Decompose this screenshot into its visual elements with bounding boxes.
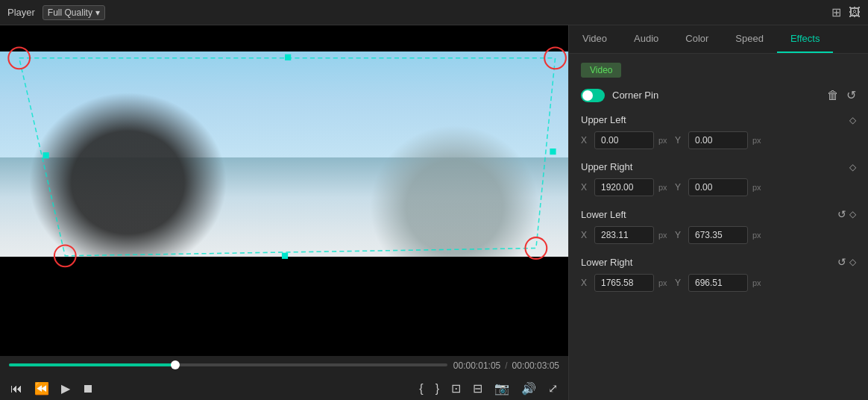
quality-selector[interactable]: Full Quality ▾ [43, 5, 105, 20]
top-bar: Player Full Quality ▾ ⊞ 🖼 [0, 0, 868, 25]
timeline-progress [9, 363, 175, 366]
volume-button[interactable]: 🔊 [520, 380, 538, 397]
y-label-ul: Y [675, 135, 684, 146]
x-unit-lr: px [658, 278, 670, 287]
y-input-upper-right[interactable] [688, 178, 748, 196]
pin-header-lower-right: Lower Right ↺ ◇ [581, 256, 856, 268]
y-unit-ul: px [752, 136, 764, 145]
skip-back-button[interactable]: ⏮ [9, 381, 24, 397]
coord-row-upper-right: X px Y px [581, 178, 856, 196]
main-content: 00:00:01:05 / 00:00:03:05 ⏮ ⏪ ▶ ⏹ { } ⊡ … [0, 25, 868, 400]
total-time: 00:00:03:05 [512, 360, 559, 371]
x-label-ur: X [581, 182, 590, 193]
pin-section-upper-right: Upper Right ◇ X px Y px [581, 161, 856, 196]
panel-content: Video Corner Pin 🗑 ↺ Upper Left ◇ [569, 54, 868, 400]
right-panel: Video Audio Color Speed Effects Video Co… [568, 25, 868, 400]
pin-title-upper-left: Upper Left [581, 114, 846, 125]
y-label-ur: Y [675, 182, 684, 193]
y-input-lower-right[interactable] [688, 274, 748, 292]
reset-effect-icon[interactable]: ↺ [846, 88, 856, 102]
effect-toggle[interactable] [581, 89, 605, 102]
playback-bar: 00:00:01:05 / 00:00:03:05 ⏮ ⏪ ▶ ⏹ { } ⊡ … [0, 356, 568, 400]
grid-icon[interactable]: ⊞ [831, 5, 841, 19]
y-unit-lr: px [752, 278, 764, 287]
reset-icon-lower-right[interactable]: ↺ [837, 256, 846, 268]
pin-header-upper-right: Upper Right ◇ [581, 161, 856, 172]
pin-title-lower-left: Lower Left [581, 209, 833, 220]
coord-row-lower-right: X px Y px [581, 274, 856, 292]
playback-controls: ⏮ ⏪ ▶ ⏹ [9, 380, 95, 397]
stop-button[interactable]: ⏹ [81, 381, 95, 397]
y-unit-ur: px [752, 183, 764, 192]
coord-row-upper-left: X px Y px [581, 131, 856, 149]
y-input-lower-left[interactable] [688, 226, 748, 244]
toggle-knob [582, 90, 593, 101]
pin-section-lower-left: Lower Left ↺ ◇ X px Y px [581, 208, 856, 244]
effect-actions: 🗑 ↺ [827, 88, 856, 102]
pin-title-upper-right: Upper Right [581, 161, 846, 172]
y-label-lr: Y [675, 278, 684, 288]
step-back-button[interactable]: ⏪ [33, 380, 51, 397]
tab-color[interactable]: Color [672, 25, 722, 53]
x-unit-ul: px [658, 136, 670, 145]
tabs-row: Video Audio Color Speed Effects [569, 25, 868, 54]
timeline-thumb[interactable] [171, 360, 180, 369]
delete-effect-icon[interactable]: 🗑 [827, 89, 839, 102]
tab-audio[interactable]: Audio [620, 25, 672, 53]
video-background [0, 25, 568, 356]
keyframe-icon-upper-left[interactable]: ◇ [849, 115, 856, 125]
x-input-lower-left[interactable] [594, 226, 654, 244]
frame-cut-button[interactable]: ⊡ [450, 380, 462, 397]
video-viewport[interactable] [0, 25, 568, 356]
top-bar-icons: ⊞ 🖼 [831, 5, 861, 19]
effect-header: Corner Pin 🗑 ↺ [581, 88, 856, 102]
pin-title-lower-right: Lower Right [581, 257, 833, 268]
x-unit-ur: px [658, 183, 670, 192]
controls-row: ⏮ ⏪ ▶ ⏹ { } ⊡ ⊟ 📷 🔊 ⤢ [9, 380, 559, 397]
video-badge: Video [581, 63, 621, 78]
screenshot-button[interactable]: 📷 [493, 380, 511, 397]
pin-section-lower-right: Lower Right ↺ ◇ X px Y px [581, 256, 856, 292]
y-input-upper-left[interactable] [688, 131, 748, 149]
keyframe-icon-lower-right[interactable]: ◇ [849, 257, 856, 267]
x-input-upper-left[interactable] [594, 131, 654, 149]
x-input-lower-right[interactable] [594, 274, 654, 292]
x-label-ll: X [581, 230, 590, 240]
effect-name: Corner Pin [612, 90, 827, 101]
current-time: 00:00:01:05 [453, 360, 500, 371]
pin-section-upper-left: Upper Left ◇ X px Y px [581, 114, 856, 149]
pin-header-upper-left: Upper Left ◇ [581, 114, 856, 125]
keyframe-icon-lower-left[interactable]: ◇ [849, 209, 856, 219]
x-label-ul: X [581, 135, 590, 146]
black-bar-bottom [0, 257, 568, 356]
y-unit-ll: px [752, 231, 764, 240]
player-area: 00:00:01:05 / 00:00:03:05 ⏮ ⏪ ▶ ⏹ { } ⊡ … [0, 25, 568, 400]
bracket-open-button[interactable]: { [418, 381, 424, 397]
time-display: 00:00:01:05 / 00:00:03:05 [453, 360, 559, 371]
coord-row-lower-left: X px Y px [581, 226, 856, 244]
pin-header-lower-left: Lower Left ↺ ◇ [581, 208, 856, 220]
bracket-close-button[interactable]: } [434, 381, 441, 397]
time-separator: / [505, 360, 507, 371]
image-icon[interactable]: 🖼 [849, 6, 861, 19]
monitor-button[interactable]: ⊟ [471, 380, 484, 397]
reset-icon-lower-left[interactable]: ↺ [837, 208, 846, 220]
player-title: Player [7, 7, 35, 18]
keyframe-icon-upper-right[interactable]: ◇ [849, 162, 856, 172]
play-button[interactable]: ▶ [60, 380, 72, 397]
y-label-ll: Y [675, 230, 684, 240]
fullscreen-button[interactable]: ⤢ [547, 380, 559, 397]
extra-controls: { } ⊡ ⊟ 📷 🔊 ⤢ [418, 380, 559, 397]
x-input-upper-right[interactable] [594, 178, 654, 196]
x-unit-ll: px [658, 231, 670, 240]
timeline-bar[interactable] [9, 363, 447, 366]
tab-effects[interactable]: Effects [777, 25, 834, 53]
tab-video[interactable]: Video [569, 25, 620, 53]
tab-speed[interactable]: Speed [722, 25, 777, 53]
x-label-lr: X [581, 278, 590, 288]
figure-left [28, 92, 227, 274]
black-bar-top [0, 25, 568, 51]
